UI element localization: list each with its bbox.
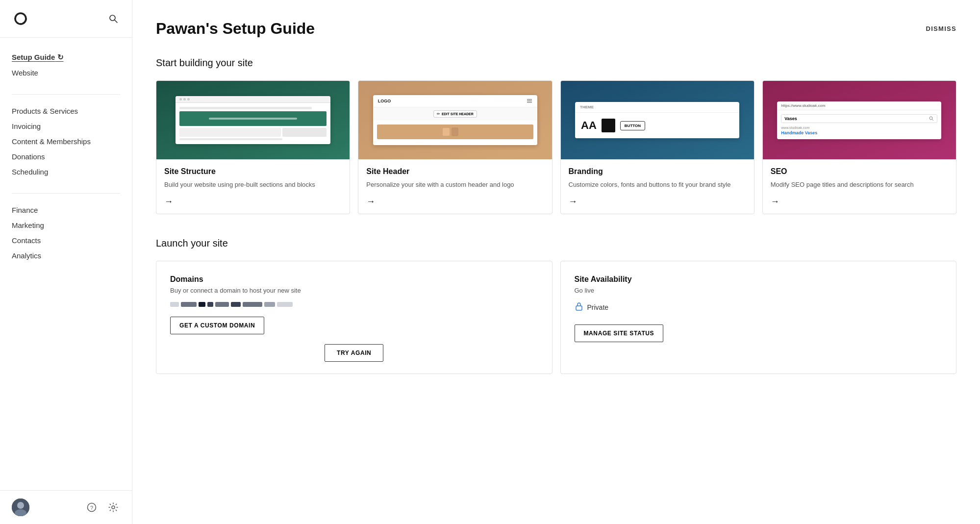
availability-desc: Go live [575, 287, 943, 294]
card-branding[interactable]: THEME AA BUTTON Branding Customize color… [560, 80, 754, 214]
card-title-seo: SEO [771, 167, 948, 176]
build-section: Start building your site [156, 57, 956, 214]
nav-divider-2 [12, 193, 120, 194]
svg-rect-9 [527, 99, 532, 100]
svg-line-13 [932, 119, 934, 121]
sidebar-item-scheduling[interactable]: Scheduling [0, 164, 132, 179]
sidebar-item-products-services[interactable]: Products & Services [0, 103, 132, 119]
launch-section: Launch your site Domains Buy or connect … [156, 238, 956, 374]
domains-title: Domains [170, 275, 538, 284]
card-image-seo: https://www.studioak.com Vases www.studi… [763, 81, 956, 159]
card-image-branding: THEME AA BUTTON [561, 81, 754, 159]
nav-tertiary-section: Finance Marketing Contacts Analytics [0, 202, 132, 263]
sidebar-navigation: Setup Guide ↻ Website Products & Service… [0, 38, 132, 490]
search-icon[interactable] [106, 12, 120, 25]
card-title-site-structure: Site Structure [164, 167, 342, 176]
lock-icon [575, 302, 583, 313]
private-badge: Private [575, 302, 943, 313]
svg-rect-11 [527, 102, 532, 103]
sidebar-item-content-memberships[interactable]: Content & Memberships [0, 134, 132, 149]
card-body-site-structure: Site Structure Build your website using … [156, 159, 350, 214]
card-body-branding: Branding Customize colors, fonts and but… [561, 159, 754, 214]
svg-text:?: ? [90, 505, 93, 511]
card-seo[interactable]: https://www.studioak.com Vases www.studi… [762, 80, 956, 214]
sidebar-item-contacts[interactable]: Contacts [0, 233, 132, 248]
sidebar-item-website[interactable]: Website [0, 65, 132, 80]
launch-card-availability: Site Availability Go live Private MANAGE… [560, 261, 957, 374]
card-site-header[interactable]: LOGO ✏ EDIT SITE HEADER [358, 80, 552, 214]
card-desc-site-structure: Build your website using pre-built secti… [164, 180, 342, 190]
page-title: Pawan's Setup Guide [156, 20, 315, 38]
svg-rect-10 [527, 100, 532, 101]
launch-cards-row: Domains Buy or connect a domain to host … [156, 261, 956, 374]
card-body-seo: SEO Modify SEO page titles and descripti… [763, 159, 956, 214]
svg-line-2 [115, 20, 117, 23]
domains-desc: Buy or connect a domain to host your new… [170, 287, 538, 294]
launch-card-domains: Domains Buy or connect a domain to host … [156, 261, 553, 374]
svg-point-12 [930, 117, 932, 120]
domains-preview [170, 302, 538, 307]
card-image-site-structure [156, 81, 350, 159]
sidebar-item-setup-guide[interactable]: Setup Guide ↻ [0, 50, 132, 65]
card-desc-branding: Customize colors, fonts and buttons to f… [569, 180, 746, 190]
svg-rect-14 [576, 306, 582, 310]
card-arrow-site-structure[interactable]: → [164, 197, 342, 207]
card-desc-seo: Modify SEO page titles and descriptions … [771, 180, 948, 190]
sidebar-item-finance[interactable]: Finance [0, 202, 132, 218]
availability-title: Site Availability [575, 275, 943, 284]
sidebar-item-invoicing[interactable]: Invoicing [0, 119, 132, 134]
dismiss-button[interactable]: DISMISS [926, 25, 956, 32]
try-again-button[interactable]: TRY AGAIN [325, 344, 383, 362]
sidebar-top [0, 0, 132, 38]
sidebar-bottom: ? [0, 490, 132, 524]
card-image-site-header: LOGO ✏ EDIT SITE HEADER [358, 81, 552, 159]
nav-secondary-section: Products & Services Invoicing Content & … [0, 103, 132, 179]
card-desc-site-header: Personalize your site with a custom head… [366, 180, 544, 190]
settings-icon[interactable] [106, 500, 120, 514]
nav-primary-section: Setup Guide ↻ Website [0, 50, 132, 80]
help-icon[interactable]: ? [85, 500, 99, 514]
build-section-title: Start building your site [156, 57, 956, 69]
svg-point-4 [17, 502, 24, 509]
sidebar-item-marketing[interactable]: Marketing [0, 218, 132, 233]
nav-divider-1 [12, 94, 120, 95]
svg-point-8 [112, 506, 115, 509]
sidebar: Setup Guide ↻ Website Products & Service… [0, 0, 132, 524]
main-header: Pawan's Setup Guide DISMISS [156, 20, 956, 38]
card-body-site-header: Site Header Personalize your site with a… [358, 159, 552, 214]
private-status: Private [587, 303, 609, 311]
sidebar-item-donations[interactable]: Donations [0, 149, 132, 164]
card-title-branding: Branding [569, 167, 746, 176]
main-content: Pawan's Setup Guide DISMISS Start buildi… [132, 0, 980, 524]
try-again-area: TRY AGAIN [170, 344, 538, 362]
card-title-site-header: Site Header [366, 167, 544, 176]
launch-section-title: Launch your site [156, 238, 956, 249]
build-cards-row: Site Structure Build your website using … [156, 80, 956, 214]
card-arrow-branding[interactable]: → [569, 197, 746, 207]
manage-site-status-button[interactable]: MANAGE SITE STATUS [575, 324, 664, 342]
sidebar-item-analytics[interactable]: Analytics [0, 248, 132, 263]
avatar[interactable] [12, 499, 29, 516]
card-site-structure[interactable]: Site Structure Build your website using … [156, 80, 350, 214]
get-custom-domain-button[interactable]: GET A CUSTOM DOMAIN [170, 317, 264, 334]
squarespace-logo[interactable] [12, 10, 29, 27]
sidebar-bottom-icons: ? [85, 500, 120, 514]
card-arrow-site-header[interactable]: → [366, 197, 544, 207]
card-arrow-seo[interactable]: → [771, 197, 948, 207]
svg-point-1 [110, 15, 115, 21]
